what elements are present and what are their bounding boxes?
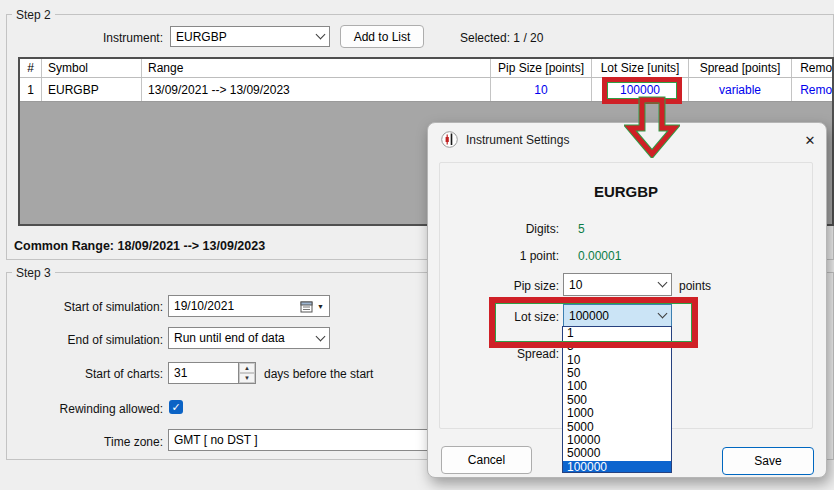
lot-size-value: 100000 xyxy=(569,309,609,323)
dialog-title: Instrument Settings xyxy=(466,133,569,147)
time-zone-field[interactable]: GMT [ no DST ] xyxy=(168,429,428,451)
cell-lot-size[interactable]: 100000 xyxy=(592,78,689,101)
chevron-down-icon xyxy=(658,278,668,288)
lot-option[interactable]: 1000 xyxy=(563,407,671,420)
selected-count-label: Selected: 1 / 20 xyxy=(460,31,543,45)
lot-option[interactable]: 10 xyxy=(563,354,671,367)
start-of-charts-label: Start of charts: xyxy=(0,367,163,381)
calendar-icon xyxy=(300,300,313,313)
cell-symbol: EURGBP xyxy=(42,78,142,101)
digits-value: 5 xyxy=(578,222,585,236)
chevron-down-icon xyxy=(316,331,326,341)
col-pip: Pip Size [points] xyxy=(491,59,592,77)
cell-range: 13/09/2021 --> 13/09/2023 xyxy=(142,78,491,101)
start-date-value: 19/10/2021 xyxy=(174,299,300,313)
time-zone-label: Time zone: xyxy=(0,435,163,449)
lot-option[interactable]: 50 xyxy=(563,367,671,380)
start-of-simulation-label: Start of simulation: xyxy=(0,300,163,314)
spin-down-icon[interactable]: ▼ xyxy=(239,373,255,383)
instrument-value: EURGBP xyxy=(176,30,227,44)
lot-option-selected[interactable]: 100000 xyxy=(563,461,671,473)
end-of-simulation-label: End of simulation: xyxy=(0,333,163,347)
dialog-symbol-heading: EURGBP xyxy=(439,183,813,200)
add-to-list-button[interactable]: Add to List xyxy=(340,25,424,48)
lot-option[interactable]: 1 xyxy=(563,327,671,340)
application-window: Step 2 Instrument: EURGBP Add to List Se… xyxy=(0,0,834,490)
table-row: 1 EURGBP 13/09/2021 --> 13/09/2023 10 10… xyxy=(20,78,832,102)
save-button[interactable]: Save xyxy=(722,447,814,475)
lot-option[interactable]: 500 xyxy=(563,394,671,407)
instrument-label: Instrument: xyxy=(0,31,163,45)
one-point-value: 0.00001 xyxy=(578,249,621,263)
rewinding-allowed-label: Rewinding allowed: xyxy=(0,402,163,416)
table-header-row: # Symbol Range Pip Size [points] Lot Siz… xyxy=(20,59,832,78)
lot-size-combobox[interactable]: 100000 xyxy=(563,304,672,327)
start-of-charts-value: 31 xyxy=(174,366,187,380)
lot-option[interactable]: 5 xyxy=(563,340,671,353)
lot-size-label: Lot size: xyxy=(428,310,559,324)
col-range: Range xyxy=(142,59,491,77)
close-icon[interactable]: ✕ xyxy=(799,129,821,151)
start-of-simulation-datepicker[interactable]: 19/10/2021 ▼ xyxy=(168,295,330,317)
lot-option[interactable]: 5000 xyxy=(563,421,671,434)
cancel-button[interactable]: Cancel xyxy=(441,446,532,474)
col-spread: Spread [points] xyxy=(689,59,792,77)
points-suffix-label: points xyxy=(679,279,711,293)
col-num: # xyxy=(20,59,42,77)
start-of-charts-stepper[interactable]: 31 ▲ ▼ xyxy=(168,362,256,384)
instrument-combobox[interactable]: EURGBP xyxy=(170,26,330,47)
cell-spread[interactable]: variable xyxy=(689,78,792,101)
chevron-down-icon xyxy=(316,30,326,40)
lot-option[interactable]: 10000 xyxy=(563,434,671,447)
digits-label: Digits: xyxy=(428,222,559,236)
checkmark-icon: ✓ xyxy=(171,402,180,413)
col-lot: Lot Size [units] xyxy=(592,59,689,77)
spin-up-icon[interactable]: ▲ xyxy=(239,363,255,373)
chevron-down-icon xyxy=(658,309,668,319)
cell-pip-size[interactable]: 10 xyxy=(491,78,592,101)
col-remove: Remove xyxy=(792,59,834,77)
spinner-buttons[interactable]: ▲ ▼ xyxy=(238,363,255,383)
pip-size-combobox[interactable]: 10 xyxy=(563,273,672,296)
app-candlestick-icon xyxy=(441,131,458,148)
pip-size-value: 10 xyxy=(569,278,582,292)
col-symbol: Symbol xyxy=(42,59,142,77)
time-zone-value: GMT [ no DST ] xyxy=(174,433,258,447)
cell-num: 1 xyxy=(20,78,42,101)
end-of-simulation-value: Run until end of data xyxy=(174,331,285,345)
rewinding-allowed-checkbox[interactable]: ✓ xyxy=(169,400,183,414)
lot-size-dropdown-list: 1 5 10 50 100 500 1000 5000 10000 50000 … xyxy=(562,326,672,473)
end-of-simulation-combobox[interactable]: Run until end of data xyxy=(168,327,330,349)
step2-title: Step 2 xyxy=(12,8,55,22)
step3-title: Step 3 xyxy=(12,266,55,280)
pip-size-label: Pip size: xyxy=(428,279,559,293)
lot-option[interactable]: 50000 xyxy=(563,447,671,460)
lot-option[interactable]: 100 xyxy=(563,380,671,393)
spread-label: Spread: xyxy=(428,347,559,361)
common-range-label: Common Range: 18/09/2021 --> 13/09/2023 xyxy=(14,239,265,253)
remove-link[interactable]: Remove xyxy=(792,78,834,101)
days-before-start-label: days before the start xyxy=(264,367,373,381)
one-point-label: 1 point: xyxy=(428,249,559,263)
date-dropdown-arrow-icon: ▼ xyxy=(317,303,324,310)
